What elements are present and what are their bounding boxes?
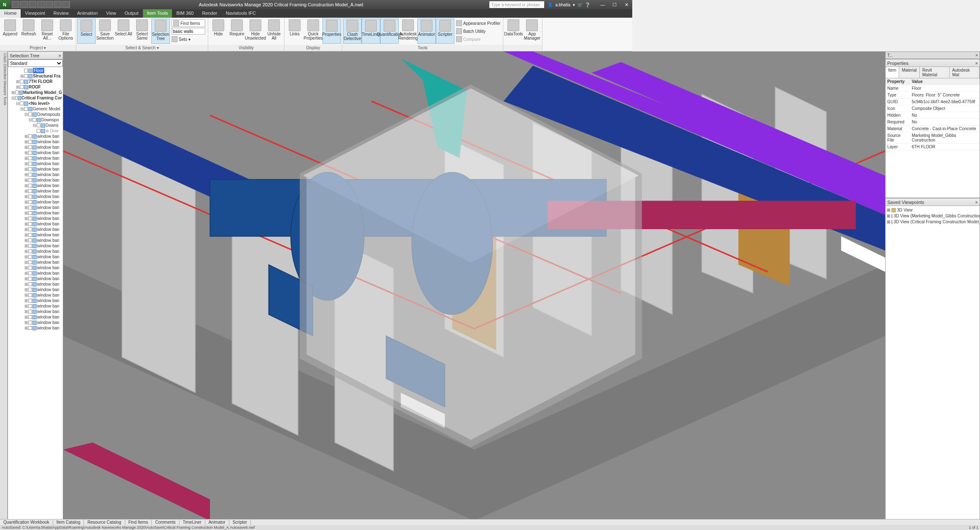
expand-icon[interactable]: ⊞ bbox=[24, 134, 28, 139]
expand-icon[interactable]: ⊞ bbox=[24, 298, 28, 303]
tree-node[interactable]: ⊟<No level> bbox=[9, 101, 62, 106]
selection-tree[interactable]: Floor⊞Structural Fra⊞7TH FLOOR⊞ROOF⊞Mark… bbox=[8, 67, 63, 342]
expand-icon[interactable]: ⊞ bbox=[24, 276, 28, 281]
tree-node[interactable]: ⊞window ban bbox=[9, 320, 62, 325]
expand-icon[interactable]: ⊞ bbox=[11, 90, 15, 95]
menu-tab-home[interactable]: Home bbox=[0, 9, 21, 18]
expand-icon[interactable]: ⊞ bbox=[24, 249, 28, 254]
expand-icon[interactable]: ⊞ bbox=[24, 150, 28, 155]
tree-node[interactable]: ⊞window ban bbox=[9, 303, 62, 309]
tree-node[interactable]: ⊞window ban bbox=[9, 150, 62, 155]
tree-node[interactable]: ⊞window ban bbox=[9, 155, 62, 161]
tree-node[interactable]: ⊞window ban bbox=[9, 188, 62, 194]
ribbon-mini-find-items[interactable]: Find Items bbox=[172, 19, 205, 27]
expand-icon[interactable]: ⊞ bbox=[24, 227, 28, 232]
tree-node[interactable]: ⊞Marketing Model_G bbox=[9, 90, 62, 95]
expand-icon[interactable]: ⊟ bbox=[20, 106, 24, 112]
ribbon-quantification[interactable]: Quantification bbox=[380, 19, 399, 44]
expand-icon[interactable]: ⊞ bbox=[16, 79, 19, 84]
tree-node[interactable]: ⊞window ban bbox=[9, 216, 62, 221]
qat-undo-icon[interactable] bbox=[46, 1, 53, 8]
tree-node[interactable]: ⊞Structural Fra bbox=[9, 73, 62, 79]
ribbon-quick-properties[interactable]: Quick Properties bbox=[304, 19, 322, 44]
expand-icon[interactable]: ⊞ bbox=[24, 221, 28, 227]
close-button[interactable]: ✕ bbox=[620, 0, 632, 9]
tree-node[interactable]: ⊞window ban bbox=[9, 309, 62, 314]
expand-icon[interactable]: ⊞ bbox=[24, 145, 28, 150]
expand-icon[interactable]: ⊟ bbox=[24, 112, 28, 117]
tree-node[interactable]: ⊞window ban bbox=[9, 265, 62, 270]
ribbon-mini-appearance-profiler[interactable]: Appearance Profiler bbox=[456, 19, 500, 27]
ribbon-links[interactable]: Links bbox=[285, 19, 304, 44]
ribbon-datatools[interactable]: DataTools bbox=[504, 19, 523, 44]
cart-icon[interactable]: 🛒 bbox=[577, 3, 583, 7]
ribbon-require[interactable]: Require bbox=[228, 19, 246, 44]
tree-node[interactable]: ⊟Generic Model bbox=[9, 106, 62, 112]
tree-node[interactable]: ⊞window ban bbox=[9, 232, 62, 238]
view-cube[interactable] bbox=[60, 55, 632, 342]
tree-node[interactable]: ⊞window ban bbox=[9, 292, 62, 298]
expand-icon[interactable]: ⊞ bbox=[24, 199, 28, 205]
ribbon-properties[interactable]: Properties bbox=[322, 19, 341, 44]
expand-icon[interactable]: ⊞ bbox=[24, 325, 28, 331]
ribbon-autodesk-rendering[interactable]: Autodesk Rendering bbox=[399, 19, 417, 44]
tree-node[interactable]: ⊞window ban bbox=[9, 183, 62, 188]
ribbon-animator[interactable]: Animator bbox=[417, 19, 436, 44]
expand-icon[interactable]: ⊞ bbox=[24, 260, 28, 265]
tree-node[interactable]: ⊞window ban bbox=[9, 221, 62, 227]
qat-save-icon[interactable] bbox=[20, 1, 28, 8]
tree-node[interactable]: ⊞window ban bbox=[9, 199, 62, 205]
ribbon-clash-detective[interactable]: Clash Detective bbox=[343, 19, 362, 44]
menu-tab-item-tools[interactable]: Item Tools bbox=[143, 9, 172, 18]
expand-icon[interactable]: ⊞ bbox=[24, 303, 28, 309]
tree-node[interactable]: ⊟Downs bbox=[9, 123, 62, 128]
ribbon-reset-all-[interactable]: Reset All... bbox=[38, 19, 56, 44]
expand-icon[interactable]: ⊞ bbox=[24, 320, 28, 325]
qat-print-icon[interactable] bbox=[29, 1, 36, 8]
expand-icon[interactable]: ⊞ bbox=[24, 183, 28, 188]
selection-tree-mode[interactable]: Standard bbox=[8, 59, 63, 67]
expand-icon[interactable]: ⊞ bbox=[24, 314, 28, 320]
tree-node[interactable]: ⊟Downspo bbox=[9, 117, 62, 123]
ribbon-mini-batch-utility[interactable]: Batch Utility bbox=[456, 27, 500, 35]
tree-node[interactable]: ⊞7TH FLOOR bbox=[9, 79, 62, 84]
tree-node[interactable]: ⊞window ban bbox=[9, 139, 62, 145]
qat-open-icon[interactable] bbox=[12, 1, 19, 8]
menu-tab-output[interactable]: Output bbox=[121, 9, 143, 18]
expand-icon[interactable]: ⊞ bbox=[24, 161, 28, 166]
ribbon-hide-unselected[interactable]: Hide Unselected bbox=[246, 19, 265, 44]
tree-node[interactable]: ⊟Critical Framing Cor bbox=[9, 95, 62, 101]
expand-icon[interactable]: ⊞ bbox=[24, 243, 28, 249]
tree-node[interactable]: ⊞window ban bbox=[9, 260, 62, 265]
tree-node[interactable]: ⊞window ban bbox=[9, 194, 62, 199]
expand-icon[interactable]: ⊞ bbox=[24, 155, 28, 161]
ribbon-save-selection[interactable]: Save Selection bbox=[96, 19, 114, 44]
expand-icon[interactable]: ⊞ bbox=[20, 73, 24, 79]
tree-node[interactable]: ⊞window ban bbox=[9, 172, 62, 177]
qat-redo-icon[interactable] bbox=[54, 1, 62, 8]
maximize-button[interactable]: ☐ bbox=[609, 0, 620, 9]
expand-icon[interactable]: ⊞ bbox=[24, 238, 28, 243]
expand-icon[interactable]: ⊞ bbox=[24, 172, 28, 177]
qat-refresh-icon[interactable] bbox=[37, 1, 45, 8]
selection-tree-header[interactable]: Selection Tree × bbox=[8, 52, 63, 59]
expand-icon[interactable]: ⊟ bbox=[16, 101, 19, 106]
tree-node[interactable]: ⊞ROOF bbox=[9, 84, 62, 90]
expand-icon[interactable]: ⊟ bbox=[28, 117, 32, 123]
ribbon-app-manager[interactable]: App Manager bbox=[523, 19, 541, 44]
tree-node[interactable]: ⊞window ban bbox=[9, 254, 62, 260]
expand-icon[interactable]: ⊞ bbox=[24, 205, 28, 210]
ribbon-file-options[interactable]: File Options bbox=[56, 19, 75, 44]
app-logo[interactable]: N bbox=[0, 0, 9, 9]
ribbon-select[interactable]: Select bbox=[77, 19, 96, 44]
ribbon-unhide-all[interactable]: Unhide All bbox=[265, 19, 283, 44]
expand-icon[interactable]: ⊞ bbox=[24, 194, 28, 199]
expand-icon[interactable]: ⊞ bbox=[24, 265, 28, 270]
minimize-button[interactable]: — bbox=[597, 0, 609, 9]
menu-tab-viewpoint[interactable]: Viewpoint bbox=[21, 9, 49, 18]
qat-select-icon[interactable] bbox=[62, 1, 70, 8]
tree-node[interactable]: ⊞window ban bbox=[9, 276, 62, 281]
ribbon-scripter[interactable]: Scripter bbox=[436, 19, 454, 44]
ribbon-mini-compare[interactable]: Compare bbox=[456, 35, 500, 43]
expand-icon[interactable]: ⊞ bbox=[24, 309, 28, 314]
